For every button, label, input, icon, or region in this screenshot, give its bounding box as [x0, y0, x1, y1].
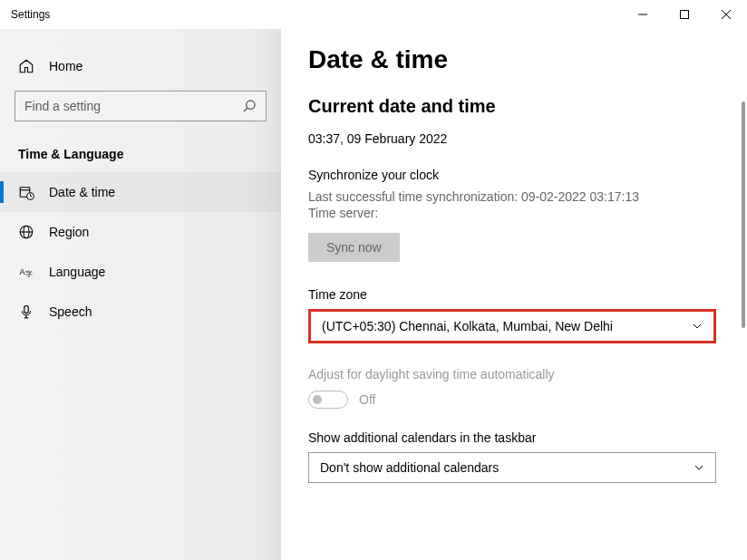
search-icon	[242, 99, 257, 113]
svg-line-10	[31, 197, 33, 198]
maximize-button[interactable]	[664, 0, 705, 29]
nav-date-time[interactable]: Date & time	[0, 172, 281, 212]
scrollbar-thumb[interactable]	[742, 101, 745, 328]
section-header: Time & Language	[15, 147, 267, 161]
nav-speech[interactable]: Speech	[0, 292, 281, 332]
search-input[interactable]	[24, 99, 242, 113]
nav-label: Speech	[49, 304, 92, 319]
close-icon	[722, 10, 731, 19]
sync-server: Time server:	[308, 206, 716, 220]
svg-text:字: 字	[25, 270, 33, 278]
window-title: Settings	[11, 8, 50, 21]
close-button[interactable]	[705, 0, 747, 29]
nav-label: Region	[49, 225, 89, 239]
sync-now-button[interactable]: Sync now	[308, 233, 400, 262]
timezone-value: (UTC+05:30) Chennai, Kolkata, Mumbai, Ne…	[322, 319, 613, 333]
nav-region[interactable]: Region	[0, 212, 281, 252]
home-nav[interactable]: Home	[15, 47, 267, 85]
dst-label: Adjust for daylight saving time automati…	[308, 367, 716, 381]
timezone-dropdown[interactable]: (UTC+05:30) Chennai, Kolkata, Mumbai, Ne…	[308, 309, 716, 343]
chevron-down-icon	[692, 321, 703, 332]
globe-icon	[18, 224, 34, 240]
page-title: Date & time	[308, 45, 716, 74]
current-datetime-value: 03:37, 09 February 2022	[308, 131, 716, 146]
scrollbar[interactable]	[742, 101, 745, 542]
dst-toggle-row: Off	[308, 391, 716, 409]
svg-rect-1	[681, 11, 689, 19]
main: Home Time & Language Date & time	[0, 29, 747, 560]
window-controls	[622, 0, 747, 29]
dst-toggle[interactable]	[308, 391, 348, 409]
svg-line-5	[244, 108, 247, 111]
svg-rect-16	[24, 305, 29, 313]
svg-text:A: A	[20, 267, 25, 276]
home-label: Home	[49, 59, 82, 73]
timezone-label: Time zone	[308, 287, 716, 302]
sync-last: Last successful time synchronization: 09…	[308, 189, 716, 204]
sync-heading: Synchronize your clock	[308, 168, 716, 182]
minimize-icon	[638, 10, 647, 19]
calendars-dropdown[interactable]: Don't show additional calendars	[308, 452, 716, 483]
nav-label: Language	[49, 265, 105, 279]
dst-state: Off	[359, 392, 375, 407]
calendars-label: Show additional calendars in the taskbar	[308, 430, 716, 445]
sidebar: Home Time & Language Date & time	[0, 29, 281, 560]
microphone-icon	[18, 304, 34, 320]
nav-language[interactable]: A字 Language	[0, 252, 281, 292]
maximize-icon	[680, 10, 689, 19]
search-box[interactable]	[15, 91, 267, 121]
nav-label: Date & time	[49, 185, 115, 199]
language-icon: A字	[18, 264, 34, 280]
chevron-down-icon	[694, 462, 704, 473]
titlebar: Settings	[0, 0, 747, 29]
calendars-value: Don't show additional calendars	[320, 460, 499, 475]
home-icon	[18, 58, 34, 74]
content: Date & time Current date and time 03:37,…	[281, 29, 747, 560]
current-datetime-heading: Current date and time	[308, 96, 716, 117]
minimize-button[interactable]	[622, 0, 664, 29]
calendar-clock-icon	[18, 184, 34, 200]
svg-point-4	[247, 101, 255, 109]
nav-items: Date & time Region A字 Language Speech	[0, 172, 281, 332]
